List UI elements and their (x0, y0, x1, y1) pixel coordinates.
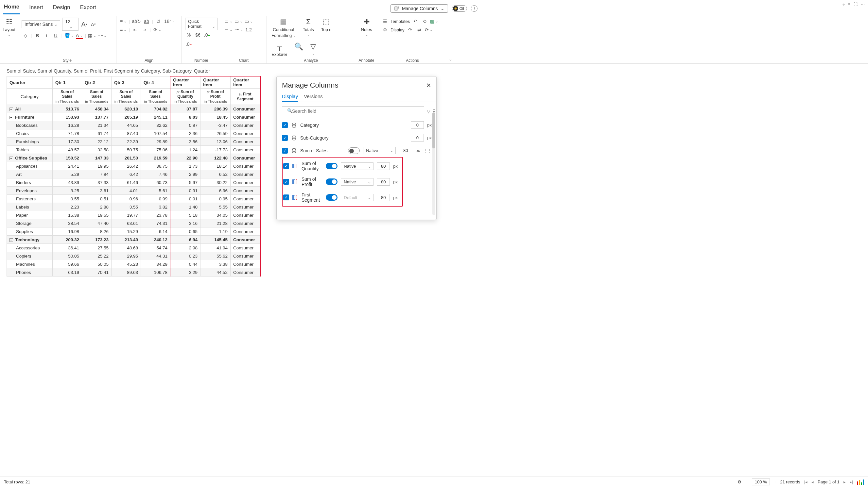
font-family-select[interactable]: Inforiver Sans⌄ (22, 20, 60, 28)
more-icon[interactable]: ⋯ (861, 2, 865, 6)
filter-button[interactable]: ▽⌄ (309, 42, 317, 56)
expand-icon[interactable]: − (9, 157, 13, 160)
panel-tab-versions[interactable]: Versions (304, 94, 323, 102)
row-label[interactable]: Appliances (7, 162, 53, 170)
chart-type1-icon[interactable]: ▭ (224, 18, 232, 25)
drag-handle-icon[interactable]: ⋮⋮ (423, 148, 432, 153)
display-label[interactable]: Display (391, 28, 405, 32)
clear-format-icon[interactable]: ◇ (22, 32, 29, 39)
borders-icon[interactable]: ▦ (88, 32, 96, 39)
expand-icon[interactable]: − (9, 116, 13, 119)
row-label[interactable]: Paper (7, 211, 53, 219)
onepoint-icon[interactable]: 1.2 (245, 26, 252, 33)
row-label[interactable]: Binders (7, 178, 53, 187)
header-quarter[interactable]: Quarter (7, 76, 53, 89)
sparkline-icon[interactable]: ▭ (224, 26, 232, 33)
tab-insert[interactable]: Insert (28, 3, 44, 14)
decrease-decimal-icon[interactable]: .0− (185, 40, 192, 48)
decrease-indent-icon[interactable]: ⇤ (132, 26, 139, 33)
mode-select[interactable]: Native (341, 162, 373, 170)
text-direction-icon[interactable]: ab↻ (132, 18, 141, 25)
series-toggle[interactable] (326, 163, 338, 169)
width-input[interactable]: 80 (377, 194, 390, 201)
tab-design[interactable]: Design (52, 3, 71, 14)
totals-button[interactable]: ΣTotals⌄ (302, 18, 315, 37)
header-quarter-item[interactable]: Quarter Item (170, 76, 200, 89)
visibility-checkbox[interactable]: ✓ (282, 148, 288, 154)
row-label[interactable]: Bookcases (7, 121, 53, 129)
row-label[interactable]: Envelopes (7, 187, 53, 195)
templates-icon[interactable]: ☰ (381, 18, 389, 25)
row-label[interactable]: Tables (7, 146, 53, 154)
collapse-ribbon-icon[interactable]: ⌄ (447, 55, 454, 63)
header-qtr[interactable]: Qtr 3 (112, 76, 141, 89)
mode-select[interactable]: Native (363, 147, 396, 154)
fill-color-icon[interactable]: 🪣 (64, 32, 74, 39)
expand-icon[interactable]: ⛶ (854, 2, 858, 6)
visibility-checkbox[interactable]: ✓ (282, 135, 288, 141)
mode-select[interactable]: Native (341, 178, 373, 186)
row-label[interactable]: Supplies (7, 227, 53, 236)
increase-font-icon[interactable]: A▴ (81, 21, 88, 28)
increase-decimal-icon[interactable]: .0+ (204, 31, 211, 39)
layout-button[interactable]: ☷ Layout ⌄ (3, 18, 15, 37)
pin-icon[interactable]: ⟐ (842, 2, 845, 6)
swap-icon[interactable]: ⇄ (416, 26, 423, 33)
underline-icon[interactable]: U (52, 32, 59, 39)
align-vertical-icon[interactable]: ≡ (120, 18, 127, 25)
excel-icon[interactable]: ▧ (430, 18, 438, 25)
header-sum-of-sales[interactable]: Sum of Salesin Thousands (112, 89, 141, 105)
italic-icon[interactable]: I (43, 32, 50, 39)
header-quarter-item[interactable]: Quarter Item (200, 76, 230, 89)
width-input[interactable]: 80 (399, 147, 412, 154)
header-first-segment[interactable]: fxFirstSegment (230, 89, 260, 105)
autofit-toggle[interactable]: ⚡ Off (452, 5, 467, 12)
orientation-icon[interactable]: ab (143, 18, 150, 25)
redo-icon[interactable]: ↷ (406, 26, 414, 33)
font-size-select[interactable]: 12⌄ (62, 18, 79, 31)
reset-icon[interactable]: ⟲ (421, 18, 428, 25)
visibility-checkbox[interactable]: ✓ (283, 179, 289, 185)
header-quarter-item[interactable]: Quarter Item (230, 76, 260, 89)
conditional-formatting-button[interactable]: ▦ Conditional Formatting ⌄ (270, 18, 297, 38)
series-toggle[interactable] (326, 194, 338, 201)
tab-export[interactable]: Export (80, 3, 97, 14)
header-sum-of-profit[interactable]: fxSum of Profitin Thousands (200, 89, 230, 105)
mode-select[interactable]: Default (341, 194, 373, 201)
row-label[interactable]: −Furniture (7, 113, 53, 121)
panel-tab-display[interactable]: Display (282, 94, 298, 102)
increase-indent-icon[interactable]: ⇥ (141, 26, 148, 33)
series-toggle[interactable] (326, 178, 338, 185)
search-input[interactable] (282, 106, 424, 116)
width-input[interactable]: 80 (377, 162, 390, 170)
row-label[interactable]: Labels (7, 203, 53, 211)
chart-type2-icon[interactable]: ▭ (235, 18, 243, 25)
filter-icon[interactable]: ▽ (427, 108, 430, 114)
trend-icon[interactable]: 〜 (235, 26, 243, 33)
topn-button[interactable]: ⬚Top n (320, 18, 333, 32)
row-label[interactable]: Fasteners (7, 195, 53, 203)
font-color-icon[interactable]: A (76, 32, 83, 39)
effects-icon[interactable]: 〰 (98, 32, 106, 39)
undo-icon[interactable]: ↶ (412, 18, 419, 25)
decrease-font-icon[interactable]: A▾ (90, 21, 97, 28)
panel-scrollbar[interactable] (432, 112, 435, 215)
align-horizontal-icon[interactable]: ≡ (120, 26, 127, 33)
header-qtr[interactable]: Qtr 4 (141, 76, 170, 89)
visibility-checkbox[interactable]: ✓ (282, 122, 288, 128)
row-label[interactable]: Accessories (7, 244, 53, 252)
visibility-checkbox[interactable]: ✓ (283, 163, 289, 169)
width-input[interactable]: 0 (411, 134, 424, 141)
header-sum-of-sales[interactable]: Sum of Salesin Thousands (141, 89, 170, 105)
indent-value[interactable]: 18 ⌃⌄ (164, 18, 175, 25)
row-label[interactable]: Storage (7, 219, 53, 227)
chart-type3-icon[interactable]: ▭ (245, 18, 253, 25)
series-toggle[interactable] (348, 148, 360, 154)
row-label[interactable]: Machines (7, 260, 53, 268)
header-sum-of-sales[interactable]: Sum of Salesin Thousands (82, 89, 112, 105)
row-label[interactable]: Chairs (7, 129, 53, 138)
currency-icon[interactable]: $€ (194, 31, 202, 39)
scrollbar-thumb[interactable] (432, 112, 435, 149)
header-qtr[interactable]: Qtr 1 (53, 76, 82, 89)
row-label[interactable]: −Technology (7, 236, 53, 244)
